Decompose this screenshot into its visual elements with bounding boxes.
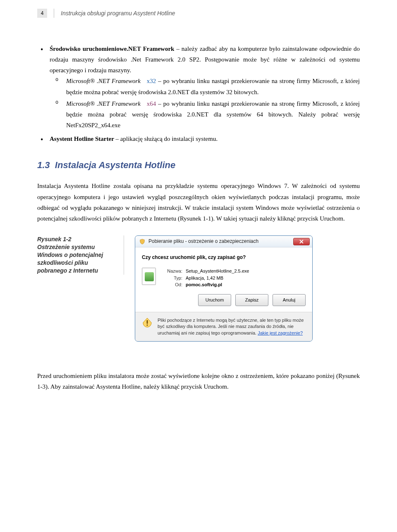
figure-1-2: Rysunek 1-2 Ostrzeżenie systemu Windows … xyxy=(37,235,360,342)
sub-bullet-x64: Microsoft® .NET Framework x64 – po wybra… xyxy=(66,98,360,131)
threat-info-link[interactable]: Jakie jest zagrożenie? xyxy=(258,330,303,335)
svg-point-1 xyxy=(146,324,148,325)
document-body: Środowisko uruchomieniowe.NET Framework … xyxy=(37,43,360,392)
sub-bullet-x32: Microsoft® .NET Framework x32 – po wybra… xyxy=(66,76,360,97)
section-heading: 1.3 Instalacja Asystenta Hotline xyxy=(37,157,360,173)
link-x64[interactable]: x64 xyxy=(147,100,156,107)
bullet-lead: Środowisko uruchomieniowe.NET Framework xyxy=(50,45,174,52)
dialog-title: Pobieranie pliku - ostrzeżenie o zabezpi… xyxy=(148,237,293,246)
product-name-ital: Microsoft® .NET Framework xyxy=(66,78,141,84)
dialog-titlebar: Pobieranie pliku - ostrzeżenie o zabezpi… xyxy=(135,236,312,247)
link-x32[interactable]: x32 xyxy=(147,78,156,84)
product-name-ital: Microsoft® .NET Framework xyxy=(66,100,141,107)
bullet-lead: Asystent Hotline Starter xyxy=(50,135,114,142)
close-button[interactable] xyxy=(293,238,310,245)
shield-icon xyxy=(139,239,145,245)
page-header-title: Instrukcja obsługi programu Asystent Hot… xyxy=(61,8,175,19)
bullet-starter: Asystent Hotline Starter – aplikację słu… xyxy=(50,133,360,144)
svg-rect-0 xyxy=(147,320,148,324)
cancel-button[interactable]: Anuluj xyxy=(273,294,306,306)
dialog-question: Czy chcesz uruchomić plik, czy zapisać g… xyxy=(142,253,306,262)
label-from: Od: xyxy=(161,281,182,288)
label-name: Nazwa: xyxy=(161,268,182,275)
download-warning-dialog: Pobieranie pliku - ostrzeżenie o zabezpi… xyxy=(135,235,313,342)
run-button[interactable]: Uruchom xyxy=(198,294,231,306)
paragraph-intro: Instalacja Asystenta Hotline została opi… xyxy=(37,180,360,224)
bullet-text: – aplikację służącą do instalacji system… xyxy=(114,135,218,142)
save-button[interactable]: Zapisz xyxy=(235,294,268,306)
value-from: pomoc.softvig.pl xyxy=(186,281,222,288)
paragraph-after-figure: Przed uruchomieniem pliku instalatora mo… xyxy=(37,370,360,392)
label-type: Typ: xyxy=(161,275,182,282)
page-header: 4 Instrukcja obsługi programu Asystent H… xyxy=(37,8,360,19)
page-number: 4 xyxy=(37,9,47,18)
value-type: Aplikacja, 1,42 MB xyxy=(186,275,223,282)
figure-caption: Rysunek 1-2 Ostrzeżenie systemu Windows … xyxy=(37,235,124,274)
dialog-footer-text: Pliki pochodzące z Internetu mogą być uż… xyxy=(158,317,306,336)
bullet-net-framework: Środowisko uruchomieniowe.NET Framework … xyxy=(50,43,360,131)
value-name: Setup_AsystentHotline_2.5.exe xyxy=(186,268,249,275)
header-divider xyxy=(54,9,54,18)
warning-icon xyxy=(142,317,153,328)
file-info: Nazwa:Setup_AsystentHotline_2.5.exe Typ:… xyxy=(161,268,306,288)
section-title: Instalacja Asystenta Hotline xyxy=(55,160,175,170)
close-icon xyxy=(299,240,304,244)
file-icon xyxy=(142,268,156,285)
section-number: 1.3 xyxy=(37,160,50,170)
